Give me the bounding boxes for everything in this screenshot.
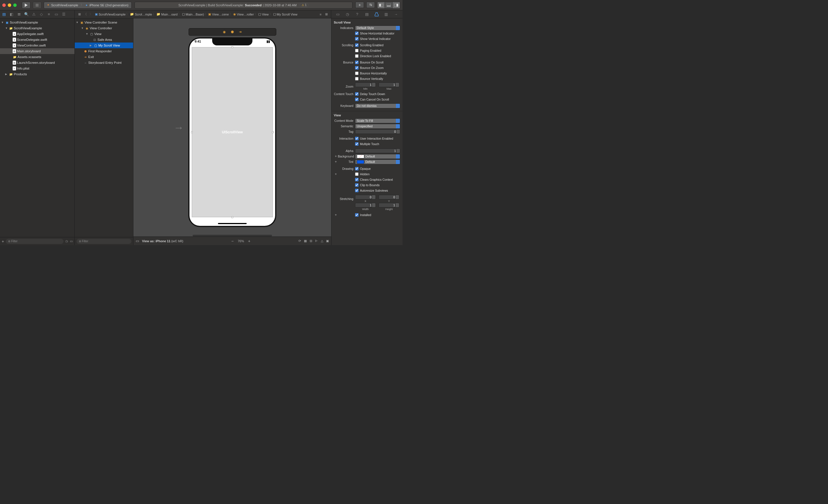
library-button[interactable]: + <box>355 2 364 8</box>
bounce-on-scroll-checkbox[interactable]: Bounce On Scroll <box>355 61 400 64</box>
help-inspector-icon[interactable]: ? <box>355 12 360 17</box>
selection-handle[interactable] <box>232 46 233 48</box>
related-items-icon[interactable]: ⊞ <box>77 11 82 17</box>
tree-row-root[interactable]: ▼▣ScrollViewExample <box>0 19 75 25</box>
zoom-max-field[interactable]: 1 <box>379 83 399 87</box>
add-file-icon[interactable]: + <box>2 239 4 244</box>
hidden-checkbox[interactable]: Hidden <box>355 172 400 176</box>
update-frames-icon[interactable]: ⟳ <box>298 239 301 243</box>
embed-in-icon[interactable]: ▦ <box>304 239 307 243</box>
entry-point-arrow-icon[interactable]: → <box>174 122 184 134</box>
symbol-navigator-icon[interactable]: 〓 <box>17 12 21 17</box>
recent-filter-icon[interactable]: ◷ <box>65 239 68 243</box>
tag-field[interactable]: 0 <box>355 129 400 134</box>
exit-icon[interactable]: ➔ <box>238 30 242 34</box>
forward-button[interactable]: 〉 <box>88 11 94 17</box>
semantic-dropdown[interactable]: Unspecified <box>355 124 400 129</box>
scene-dock[interactable]: ◉ ⬣ ➔ <box>189 28 276 36</box>
scheme-selector[interactable]: ✦ ScrollViewExample 〉 ▸ iPhone SE (2nd g… <box>44 2 132 9</box>
outline-row-vc[interactable]: ▼◉View Controller <box>75 25 133 31</box>
test-navigator-icon[interactable]: ◇ <box>39 12 44 17</box>
ib-canvas[interactable]: → ◉ ⬣ ➔ 9:41 ▮▮ <box>133 18 331 245</box>
stop-button[interactable] <box>33 2 41 9</box>
minimize-window-button[interactable] <box>8 3 11 7</box>
paging-enabled-checkbox[interactable]: Paging Enabled <box>355 49 400 52</box>
add-trait-variation-icon[interactable]: + <box>334 172 338 176</box>
add-trait-variation-icon[interactable]: + <box>334 213 338 217</box>
stretch-y-field[interactable]: 0 <box>379 195 399 199</box>
can-cancel-on-scroll-checkbox[interactable]: Can Cancel On Scroll <box>355 98 400 101</box>
stretch-width-field[interactable]: 1 <box>355 203 376 208</box>
bounce-horizontally-checkbox[interactable]: Bounce Horizontally <box>355 72 400 75</box>
zoom-out-button[interactable]: − <box>232 239 234 243</box>
tree-row-file[interactable]: sAppDelegate.swift <box>0 31 75 37</box>
delay-touch-down-checkbox[interactable]: Delay Touch Down <box>355 92 400 96</box>
tree-row-file[interactable]: 📁Assets.xcassets <box>0 54 75 60</box>
installed-checkbox[interactable]: Installed <box>355 213 400 217</box>
find-navigator-icon[interactable]: 🔍 <box>24 12 29 17</box>
add-trait-variation-icon[interactable]: + <box>334 160 338 164</box>
tree-row-file-selected[interactable]: ▦Main.storyboard <box>0 48 75 54</box>
toggle-outline-icon[interactable]: ▭ <box>136 239 139 243</box>
alpha-field[interactable]: 1 <box>355 148 400 153</box>
code-review-button[interactable]: ⇆ <box>366 2 375 8</box>
breakpoint-navigator-icon[interactable]: ▭ <box>54 12 59 17</box>
source-control-navigator-icon[interactable]: ◧ <box>9 12 14 17</box>
toggle-debug-button[interactable] <box>385 2 392 8</box>
canvas-scrollbar-horizontal[interactable] <box>193 235 272 236</box>
tree-row-file[interactable]: sSceneDelegate.swift <box>0 37 75 43</box>
toggle-navigator-button[interactable] <box>377 2 385 8</box>
autoresize-subviews-checkbox[interactable]: Autoresize Subviews <box>355 189 400 192</box>
zoom-window-button[interactable] <box>13 3 17 7</box>
selection-handle[interactable] <box>272 131 274 133</box>
clears-graphics-checkbox[interactable]: Clears Graphics Context <box>355 178 400 181</box>
embed-icon[interactable]: ▣ <box>326 239 329 243</box>
align-icon[interactable]: ⊟ <box>309 239 312 243</box>
pin-icon[interactable]: ⊩ <box>315 239 318 243</box>
zoom-in-button[interactable]: + <box>248 239 250 243</box>
toggle-inspector-button[interactable] <box>392 2 400 8</box>
run-button[interactable] <box>22 2 31 9</box>
tree-row-file[interactable]: ≡Info.plist <box>0 65 75 71</box>
bounce-on-zoom-checkbox[interactable]: Bounce On Zoom <box>355 66 400 70</box>
content-mode-dropdown[interactable]: Scale To Fill <box>355 119 400 123</box>
close-window-button[interactable] <box>2 3 6 7</box>
indicators-dropdown[interactable]: Default Style <box>355 26 400 31</box>
opaque-checkbox[interactable]: Opaque <box>355 167 400 170</box>
tree-row-products[interactable]: ▶📁Products <box>0 71 75 77</box>
resolve-icon[interactable]: △ <box>321 239 323 243</box>
size-inspector-icon[interactable]: ▥ <box>383 12 389 17</box>
stretch-height-field[interactable]: 1 <box>379 203 399 208</box>
selection-handle[interactable] <box>191 131 193 133</box>
outline-tree[interactable]: ▼▣View Controller Scene ▼◉View Controlle… <box>75 18 133 237</box>
outline-row-scrollview[interactable]: ▶▢My Scroll View <box>75 43 133 48</box>
show-horizontal-indicator-checkbox[interactable]: Show Horizontal Indicator <box>355 32 400 35</box>
scm-filter-icon[interactable]: ▭ <box>70 239 73 243</box>
multiple-touch-checkbox[interactable]: Multiple Touch <box>355 142 400 146</box>
tree-row-group[interactable]: ▼📁ScrollViewExample <box>0 25 75 31</box>
vc-icon[interactable]: ◉ <box>222 30 226 34</box>
attributes-inspector-icon[interactable] <box>374 12 379 17</box>
keyboard-dropdown[interactable]: Do not dismiss <box>355 103 400 108</box>
navigator-filter[interactable]: ⊜ Filter <box>6 239 64 244</box>
outline-row-exit[interactable]: ➔Exit <box>75 54 133 60</box>
zoom-level[interactable]: 76% <box>238 239 244 243</box>
debug-navigator-icon[interactable]: ≡ <box>47 12 51 17</box>
outline-filter[interactable]: ⊜ Filter <box>77 239 131 244</box>
add-trait-variation-icon[interactable]: + <box>334 154 338 158</box>
back-button[interactable]: 〈 <box>82 11 88 17</box>
tint-dropdown[interactable]: Default <box>355 159 400 164</box>
responder-icon[interactable]: ⬣ <box>230 30 234 34</box>
report-navigator-icon[interactable]: ☰ <box>61 12 66 17</box>
issue-navigator-icon[interactable]: ⚠ <box>32 12 36 17</box>
tree-row-file[interactable]: sViewController.swift <box>0 43 75 48</box>
direction-lock-checkbox[interactable]: Direction Lock Enabled <box>355 54 400 58</box>
outline-row-scene[interactable]: ▼▣View Controller Scene <box>75 19 133 25</box>
show-vertical-indicator-checkbox[interactable]: Show Vertical Indicator <box>355 37 400 41</box>
stretch-x-field[interactable]: 0 <box>355 195 376 199</box>
history-inspector-icon[interactable]: ◷ <box>345 12 350 17</box>
uiscrollview[interactable]: UIScrollView <box>192 47 273 217</box>
user-interaction-checkbox[interactable]: User Interaction Enabled <box>355 137 400 140</box>
breadcrumb-bar[interactable]: ▣ScrollViewExample〉 📁Scrol…mple〉 📁Main…o… <box>95 12 297 16</box>
outline-row-responder[interactable]: ⬣First Responder <box>75 48 133 54</box>
